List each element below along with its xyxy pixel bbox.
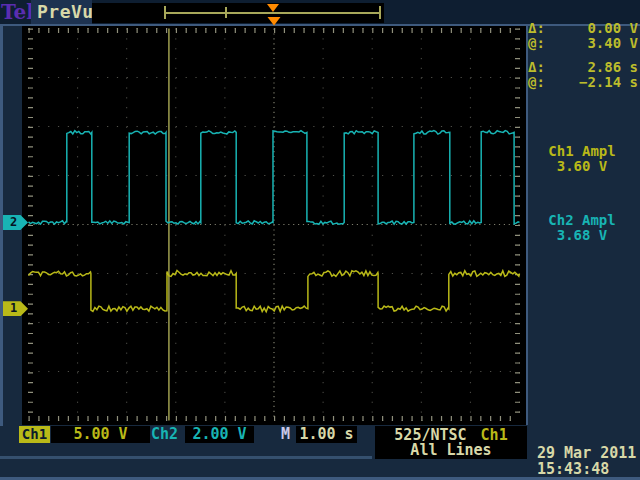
cursor-delta-time-value: 2.86 s	[587, 60, 638, 75]
cursor-at-time-readout: @: −2.14 s	[528, 75, 638, 90]
delta-icon: Δ:	[528, 60, 545, 75]
date-value: 29 Mar 2011	[537, 445, 636, 461]
ch2-scale-readout: 2.00 V	[185, 426, 254, 443]
graticule-background	[22, 26, 526, 425]
timebase-readout: 1.00 s	[296, 426, 357, 443]
record-view-left-bracket	[164, 6, 166, 19]
datetime-readout: 29 Mar 2011 15:43:48	[537, 445, 636, 477]
timebase-label: M	[281, 426, 297, 443]
ch2-amplitude-value: 3.68 V	[524, 228, 640, 243]
ch1-amplitude-label: Ch1 Ampl	[524, 144, 640, 159]
ch2-label: Ch2	[151, 426, 185, 443]
oscilloscope-screen: Tek PreVu 2 1 Δ: 0.00 V @: 3.40 V Δ: 2.8…	[0, 0, 640, 480]
delta-icon: Δ:	[528, 21, 545, 36]
record-view-right-bracket	[379, 6, 381, 19]
ch1-amplitude-measurement: Ch1 Ampl 3.60 V	[524, 144, 640, 174]
cursor-delta-voltage-readout: Δ: 0.00 V	[528, 21, 638, 36]
video-trigger-readout: 525/NTSC Ch1 All Lines	[375, 426, 527, 459]
record-view-cursor-tick	[225, 7, 227, 18]
ch1-badge: Ch1	[19, 426, 50, 443]
ch2-amplitude-label: Ch2 Ampl	[524, 213, 640, 228]
at-icon: @:	[528, 36, 545, 51]
acquisition-status-label: PreVu	[37, 0, 94, 24]
cursor-delta-voltage-value: 0.00 V	[587, 21, 638, 36]
bezel-line-under-readouts	[0, 456, 372, 459]
at-icon: @:	[528, 75, 545, 90]
record-view-window-line	[165, 12, 380, 14]
cursor-at-time-value: −2.14 s	[579, 75, 638, 90]
cursor-delta-time-readout: Δ: 2.86 s	[528, 60, 638, 75]
record-view-trigger-icon	[267, 4, 279, 12]
bezel-line-left	[0, 26, 3, 426]
cursor-at-voltage-readout: @: 3.40 V	[528, 36, 638, 51]
ch1-scale-readout: 5.00 V	[51, 426, 150, 443]
trigger-mode: All Lines	[375, 443, 527, 458]
ch2-amplitude-measurement: Ch2 Ampl 3.68 V	[524, 213, 640, 243]
cursor-at-voltage-value: 3.40 V	[587, 36, 638, 51]
ch1-amplitude-value: 3.60 V	[524, 159, 640, 174]
time-value: 15:43:48	[537, 461, 636, 477]
